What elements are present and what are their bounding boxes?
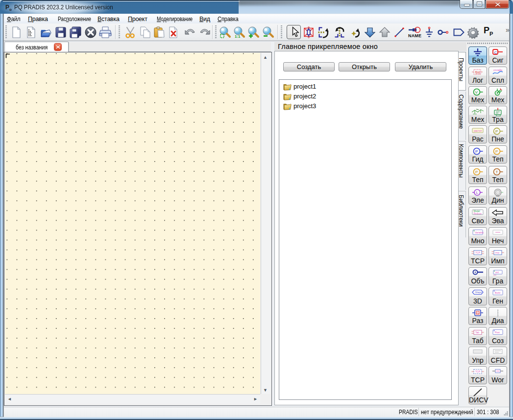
- svg-text:P: P: [475, 149, 478, 154]
- svg-text:Post: Post: [495, 331, 500, 334]
- svg-text:Reduce: Reduce: [474, 212, 482, 215]
- svg-text:Rk: Rk: [477, 312, 479, 314]
- svg-text:imp: imp: [495, 251, 499, 254]
- svg-text:P: P: [495, 149, 498, 154]
- svg-text:P: P: [475, 170, 478, 174]
- svg-text:NAME: NAME: [408, 33, 421, 38]
- svg-text:V: V: [475, 90, 478, 94]
- svg-text:расчет: расчет: [474, 129, 483, 132]
- svg-text:wxt: wxt: [495, 271, 499, 274]
- svg-text:1:1: 1:1: [235, 34, 241, 39]
- svg-text:P: P: [495, 129, 498, 134]
- svg-text:TCP: TCP: [475, 251, 481, 254]
- svg-text:C: C: [494, 50, 497, 55]
- svg-text:TCP: TCP: [475, 370, 481, 373]
- svg-text:сплайн: сплайн: [493, 69, 502, 71]
- svg-text:Build: Build: [495, 291, 500, 294]
- svg-text:Variable: Variable: [475, 231, 484, 234]
- svg-text:f(u): f(u): [475, 70, 480, 74]
- svg-text:L: L: [476, 190, 479, 195]
- svg-text:T: T: [496, 170, 498, 174]
- svg-text:Tab: Tab: [475, 331, 479, 334]
- svg-text:Shape: Shape: [475, 291, 482, 294]
